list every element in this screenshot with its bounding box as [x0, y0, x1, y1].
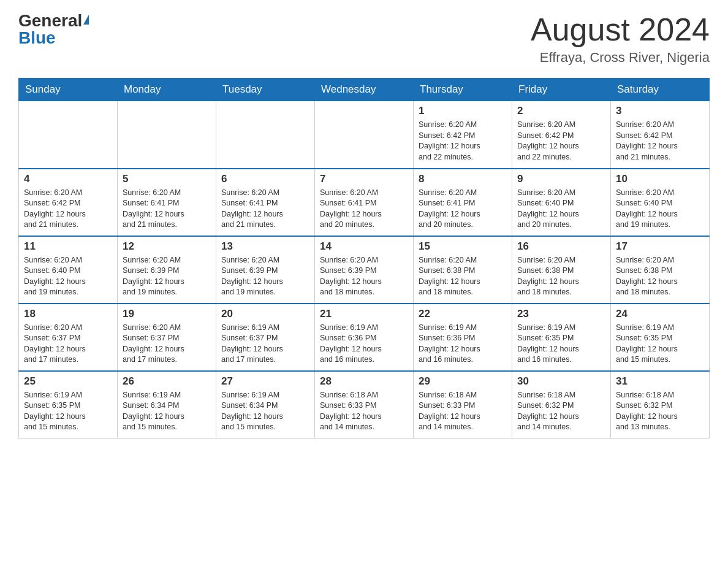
day-number: 24 — [616, 308, 704, 320]
day-info: Sunrise: 6:20 AM Sunset: 6:41 PM Dayligh… — [123, 188, 211, 231]
day-number: 11 — [24, 240, 112, 253]
day-info: Sunrise: 6:20 AM Sunset: 6:41 PM Dayligh… — [419, 188, 507, 231]
day-number: 3 — [616, 105, 704, 117]
day-info: Sunrise: 6:20 AM Sunset: 6:38 PM Dayligh… — [517, 255, 605, 298]
day-info: Sunrise: 6:19 AM Sunset: 6:35 PM Dayligh… — [616, 323, 704, 366]
day-number: 9 — [517, 173, 605, 185]
calendar-week-row: 25Sunrise: 6:19 AM Sunset: 6:35 PM Dayli… — [19, 371, 710, 439]
day-number: 20 — [221, 308, 309, 320]
day-info: Sunrise: 6:20 AM Sunset: 6:41 PM Dayligh… — [320, 188, 408, 231]
day-number: 21 — [320, 308, 408, 320]
day-info: Sunrise: 6:20 AM Sunset: 6:38 PM Dayligh… — [419, 255, 507, 298]
calendar-cell: 12Sunrise: 6:20 AM Sunset: 6:39 PM Dayli… — [118, 236, 216, 304]
day-number: 8 — [419, 173, 507, 185]
day-number: 4 — [24, 173, 112, 185]
day-info: Sunrise: 6:18 AM Sunset: 6:32 PM Dayligh… — [517, 390, 605, 433]
day-number: 28 — [320, 375, 408, 388]
day-info: Sunrise: 6:20 AM Sunset: 6:40 PM Dayligh… — [616, 188, 704, 231]
day-info: Sunrise: 6:20 AM Sunset: 6:38 PM Dayligh… — [616, 255, 704, 298]
day-info: Sunrise: 6:18 AM Sunset: 6:32 PM Dayligh… — [616, 390, 704, 433]
day-number: 12 — [123, 240, 211, 253]
day-info: Sunrise: 6:20 AM Sunset: 6:39 PM Dayligh… — [221, 255, 309, 298]
day-info: Sunrise: 6:19 AM Sunset: 6:37 PM Dayligh… — [221, 323, 309, 366]
day-number: 14 — [320, 240, 408, 253]
day-info: Sunrise: 6:20 AM Sunset: 6:41 PM Dayligh… — [221, 188, 309, 231]
day-number: 19 — [123, 308, 211, 320]
calendar-cell — [216, 101, 315, 169]
title-section: August 2024 Effraya, Cross River, Nigeri… — [531, 12, 710, 66]
calendar-cell: 2Sunrise: 6:20 AM Sunset: 6:42 PM Daylig… — [512, 101, 611, 169]
calendar-cell — [19, 101, 118, 169]
calendar-cell: 18Sunrise: 6:20 AM Sunset: 6:37 PM Dayli… — [19, 304, 118, 371]
day-info: Sunrise: 6:20 AM Sunset: 6:42 PM Dayligh… — [616, 120, 704, 163]
day-number: 18 — [24, 308, 112, 320]
day-number: 15 — [419, 240, 507, 253]
day-number: 23 — [517, 308, 605, 320]
calendar-cell: 7Sunrise: 6:20 AM Sunset: 6:41 PM Daylig… — [315, 169, 414, 236]
calendar-cell: 13Sunrise: 6:20 AM Sunset: 6:39 PM Dayli… — [216, 236, 315, 304]
day-info: Sunrise: 6:19 AM Sunset: 6:34 PM Dayligh… — [221, 390, 309, 433]
calendar-cell: 15Sunrise: 6:20 AM Sunset: 6:38 PM Dayli… — [414, 236, 512, 304]
calendar-week-row: 11Sunrise: 6:20 AM Sunset: 6:40 PM Dayli… — [19, 236, 710, 304]
day-info: Sunrise: 6:20 AM Sunset: 6:42 PM Dayligh… — [419, 120, 507, 163]
calendar-cell: 29Sunrise: 6:18 AM Sunset: 6:33 PM Dayli… — [414, 371, 512, 439]
day-info: Sunrise: 6:19 AM Sunset: 6:34 PM Dayligh… — [123, 390, 211, 433]
logo-blue-text: Blue — [18, 29, 56, 47]
page-header: General Blue August 2024 Effraya, Cross … — [18, 12, 710, 66]
calendar-cell: 9Sunrise: 6:20 AM Sunset: 6:40 PM Daylig… — [512, 169, 611, 236]
calendar-week-row: 4Sunrise: 6:20 AM Sunset: 6:42 PM Daylig… — [19, 169, 710, 236]
location-text: Effraya, Cross River, Nigeria — [531, 50, 710, 66]
calendar-cell: 8Sunrise: 6:20 AM Sunset: 6:41 PM Daylig… — [414, 169, 512, 236]
day-of-week-header: Wednesday — [315, 79, 414, 101]
calendar-cell: 11Sunrise: 6:20 AM Sunset: 6:40 PM Dayli… — [19, 236, 118, 304]
calendar-cell: 1Sunrise: 6:20 AM Sunset: 6:42 PM Daylig… — [414, 101, 512, 169]
day-number: 1 — [419, 105, 507, 117]
day-number: 6 — [221, 173, 309, 185]
calendar-cell: 30Sunrise: 6:18 AM Sunset: 6:32 PM Dayli… — [512, 371, 611, 439]
calendar-cell: 23Sunrise: 6:19 AM Sunset: 6:35 PM Dayli… — [512, 304, 611, 371]
day-number: 13 — [221, 240, 309, 253]
calendar-cell: 16Sunrise: 6:20 AM Sunset: 6:38 PM Dayli… — [512, 236, 611, 304]
calendar-cell: 3Sunrise: 6:20 AM Sunset: 6:42 PM Daylig… — [611, 101, 710, 169]
calendar-week-row: 1Sunrise: 6:20 AM Sunset: 6:42 PM Daylig… — [19, 101, 710, 169]
calendar-cell: 28Sunrise: 6:18 AM Sunset: 6:33 PM Dayli… — [315, 371, 414, 439]
day-number: 22 — [419, 308, 507, 320]
day-number: 29 — [419, 375, 507, 388]
calendar-cell: 26Sunrise: 6:19 AM Sunset: 6:34 PM Dayli… — [118, 371, 216, 439]
calendar-cell — [118, 101, 216, 169]
day-info: Sunrise: 6:20 AM Sunset: 6:40 PM Dayligh… — [517, 188, 605, 231]
day-info: Sunrise: 6:19 AM Sunset: 6:36 PM Dayligh… — [419, 323, 507, 366]
calendar-cell: 14Sunrise: 6:20 AM Sunset: 6:39 PM Dayli… — [315, 236, 414, 304]
day-info: Sunrise: 6:20 AM Sunset: 6:42 PM Dayligh… — [517, 120, 605, 163]
day-number: 16 — [517, 240, 605, 253]
day-number: 7 — [320, 173, 408, 185]
day-info: Sunrise: 6:20 AM Sunset: 6:37 PM Dayligh… — [123, 323, 211, 366]
day-number: 26 — [123, 375, 211, 388]
day-of-week-header: Friday — [512, 79, 611, 101]
day-of-week-header: Sunday — [19, 79, 118, 101]
calendar-cell: 17Sunrise: 6:20 AM Sunset: 6:38 PM Dayli… — [611, 236, 710, 304]
day-info: Sunrise: 6:19 AM Sunset: 6:36 PM Dayligh… — [320, 323, 408, 366]
month-title: August 2024 — [531, 12, 710, 47]
logo-general-text: General — [18, 12, 82, 29]
day-info: Sunrise: 6:19 AM Sunset: 6:35 PM Dayligh… — [24, 390, 112, 433]
day-info: Sunrise: 6:18 AM Sunset: 6:33 PM Dayligh… — [320, 390, 408, 433]
calendar-cell — [315, 101, 414, 169]
day-number: 27 — [221, 375, 309, 388]
calendar-cell: 21Sunrise: 6:19 AM Sunset: 6:36 PM Dayli… — [315, 304, 414, 371]
day-info: Sunrise: 6:18 AM Sunset: 6:33 PM Dayligh… — [419, 390, 507, 433]
calendar-cell: 31Sunrise: 6:18 AM Sunset: 6:32 PM Dayli… — [611, 371, 710, 439]
day-of-week-header: Tuesday — [216, 79, 315, 101]
calendar-cell: 22Sunrise: 6:19 AM Sunset: 6:36 PM Dayli… — [414, 304, 512, 371]
day-number: 31 — [616, 375, 704, 388]
day-number: 2 — [517, 105, 605, 117]
day-info: Sunrise: 6:20 AM Sunset: 6:37 PM Dayligh… — [24, 323, 112, 366]
day-info: Sunrise: 6:19 AM Sunset: 6:35 PM Dayligh… — [517, 323, 605, 366]
day-info: Sunrise: 6:20 AM Sunset: 6:40 PM Dayligh… — [24, 255, 112, 298]
day-number: 17 — [616, 240, 704, 253]
day-of-week-header: Thursday — [414, 79, 512, 101]
day-info: Sunrise: 6:20 AM Sunset: 6:39 PM Dayligh… — [123, 255, 211, 298]
calendar-cell: 10Sunrise: 6:20 AM Sunset: 6:40 PM Dayli… — [611, 169, 710, 236]
logo-triangle-icon — [83, 15, 89, 25]
calendar-cell: 24Sunrise: 6:19 AM Sunset: 6:35 PM Dayli… — [611, 304, 710, 371]
